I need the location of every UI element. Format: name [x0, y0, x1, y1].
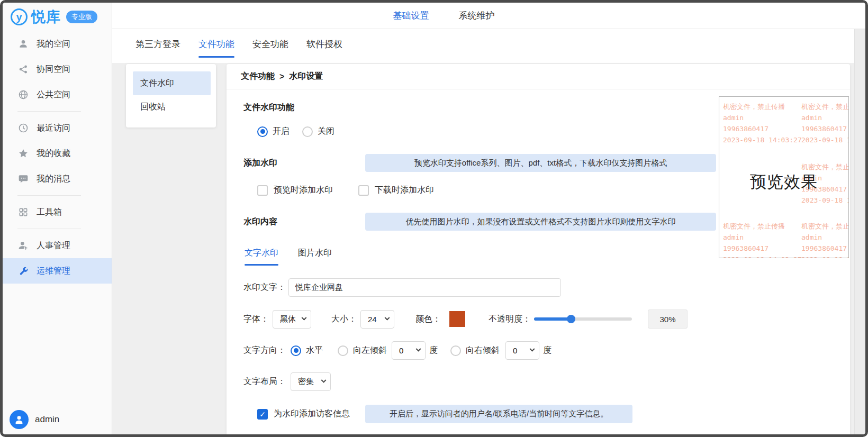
layout-label: 文字布局： — [243, 376, 286, 387]
tab-text-watermark[interactable]: 文字水印 — [245, 248, 278, 266]
watermark-text-row: 水印文字： 悦库企业网盘 — [243, 278, 850, 297]
watermark-content-info: 优先使用图片水印，如果没有设置或文件格式不支持图片水印则使用文字水印 — [365, 213, 716, 231]
layout-select[interactable]: 密集 — [291, 372, 331, 391]
checkbox-preview-label: 预览时添加水印 — [274, 185, 333, 196]
radio-disable[interactable]: 关闭 — [302, 126, 334, 137]
opacity-slider[interactable] — [534, 315, 632, 323]
sidebar-item-label: 公共空间 — [37, 89, 70, 101]
sidebar-item-label: 工具箱 — [37, 207, 62, 218]
breadcrumb: 文件功能 > 水印设置 — [227, 64, 850, 89]
settings-tabs: 第三方登录 文件功能 安全功能 软件授权 — [112, 29, 865, 63]
radio-dot-icon — [302, 126, 313, 137]
direction-label: 文字方向： — [243, 345, 286, 356]
chevron-down-icon — [416, 347, 421, 352]
main-area: 基础设置 系统维护 第三方登录 文件功能 安全功能 软件授权 文件水印 回收站 … — [112, 3, 865, 434]
slider-thumb-handle[interactable] — [567, 315, 575, 323]
size-select[interactable]: 24 — [360, 310, 394, 329]
tab-software-license[interactable]: 软件授权 — [306, 35, 342, 58]
vertical-scrollbar[interactable] — [854, 29, 865, 434]
breadcrumb-separator: > — [279, 72, 284, 81]
sidebar-item-toolbox[interactable]: 工具箱 — [3, 199, 112, 225]
watermark-text-label: 水印文字： — [243, 282, 286, 293]
radio-enable-label: 开启 — [273, 126, 290, 137]
watermark-text-input[interactable]: 悦库企业网盘 — [288, 278, 561, 297]
font-select[interactable]: 黑体 — [273, 310, 311, 329]
grid-icon — [18, 207, 29, 217]
breadcrumb-page: 水印设置 — [289, 71, 323, 82]
subsidebar-item-file-watermark[interactable]: 文件水印 — [133, 71, 211, 95]
subsidebar-item-recycle-bin[interactable]: 回收站 — [133, 95, 211, 119]
visitor-info-box: 开启后，显示访问者的用户名/联系电话/当前时间等文字信息。 — [365, 405, 632, 423]
wrench-icon — [18, 266, 29, 276]
chevron-down-icon — [385, 315, 390, 320]
preview-title: 预览效果 — [719, 171, 848, 193]
checkbox-preview-watermark[interactable]: 预览时添加水印 — [257, 185, 333, 196]
radio-enable[interactable]: 开启 — [257, 126, 290, 137]
logo-icon: y — [11, 8, 28, 25]
sidebar-item-favorites[interactable]: 我的收藏 — [3, 141, 112, 166]
content-area: 文件水印 回收站 文件功能 > 水印设置 文件水印功能 开启 — [112, 63, 854, 434]
sidebar-item-messages[interactable]: 我的消息 — [3, 166, 112, 192]
visitor-info-row: ✓ 为水印添加访客信息 开启后，显示访问者的用户名/联系电话/当前时间等文字信息… — [257, 405, 850, 423]
radio-tilt-left-label: 向左倾斜 — [353, 345, 387, 356]
radio-horizontal-label: 水平 — [306, 345, 323, 356]
sidebar-item-collab-space[interactable]: 协同空间 — [3, 57, 112, 82]
text-direction-row: 文字方向： 水平 向左倾斜 0 度 — [243, 341, 850, 360]
watermark-sample: 机密文件，禁止传播 admin 19963860417 2023-09-18 1… — [723, 101, 802, 145]
watermark-content-label: 水印内容 — [243, 216, 277, 227]
radio-disable-label: 关闭 — [318, 126, 334, 137]
radio-dot-icon — [291, 345, 301, 356]
size-select-value: 24 — [368, 315, 377, 324]
topnav-basic-settings[interactable]: 基础设置 — [393, 10, 429, 22]
font-label: 字体： — [243, 314, 269, 325]
checkbox-check-icon: ✓ — [257, 409, 268, 420]
opacity-label: 不透明度： — [489, 314, 531, 325]
edition-badge: 专业版 — [66, 11, 97, 23]
message-icon — [18, 174, 29, 184]
checkbox-visitor-info[interactable]: ✓ 为水印添加访客信息 — [257, 408, 350, 420]
sidebar-item-public-space[interactable]: 公共空间 — [3, 82, 112, 107]
tilt-right-angle-select[interactable]: 0 — [505, 341, 539, 360]
globe-icon — [18, 89, 29, 100]
sidebar-divider — [17, 229, 81, 229]
radio-tilt-left[interactable]: 向左倾斜 — [338, 345, 387, 356]
tab-third-party-login[interactable]: 第三方登录 — [135, 35, 180, 58]
brand-logo: y 悦库 专业版 — [3, 3, 112, 31]
tilt-left-angle-select[interactable]: 0 — [392, 341, 426, 360]
checkbox-download-watermark[interactable]: 下载时添加水印 — [358, 185, 434, 196]
topnav-system-maintenance[interactable]: 系统维护 — [459, 10, 495, 22]
radio-tilt-right[interactable]: 向右倾斜 — [450, 345, 500, 356]
sidebar-divider — [17, 111, 81, 112]
brand-name: 悦库 — [31, 7, 61, 26]
tab-image-watermark[interactable]: 图片水印 — [298, 248, 332, 266]
add-watermark-info: 预览水印支持office系列、图片、pdf、txt格式，下载水印仅支持图片格式 — [365, 154, 716, 172]
watermark-sample: 机密文件，禁止传播 admin 19963860417 2023-09-18 1… — [723, 221, 802, 258]
sidebar-item-label: 我的空间 — [37, 39, 70, 50]
sidebar-item-recent[interactable]: 最近访问 — [3, 115, 112, 141]
tab-file-functions[interactable]: 文件功能 — [198, 35, 234, 58]
tab-security-functions[interactable]: 安全功能 — [252, 35, 288, 58]
opacity-value: 30% — [648, 309, 688, 329]
sub-sidebar: 文件水印 回收站 — [126, 64, 216, 128]
user-icon — [18, 39, 29, 49]
radio-tilt-right-label: 向右倾斜 — [466, 345, 500, 356]
settings-panel: 文件功能 > 水印设置 文件水印功能 开启 关闭 — [227, 64, 850, 434]
sidebar-item-label: 人事管理 — [37, 240, 70, 251]
radio-dot-icon — [338, 345, 348, 356]
sidebar-item-hr-management[interactable]: 人事管理 — [3, 233, 112, 258]
add-watermark-label: 添加水印 — [243, 158, 277, 169]
layout-select-value: 密集 — [298, 377, 314, 387]
sidebar-item-my-space[interactable]: 我的空间 — [3, 31, 112, 57]
sidebar-item-label: 我的收藏 — [37, 148, 70, 159]
color-swatch[interactable] — [449, 311, 465, 327]
radio-horizontal[interactable]: 水平 — [291, 345, 323, 356]
chevron-down-icon — [302, 315, 307, 320]
font-select-value: 黑体 — [280, 314, 296, 324]
color-label: 颜色： — [415, 314, 441, 325]
app-window: y 悦库 专业版 我的空间 协同空间 公共空间 — [0, 0, 868, 437]
top-navigation: 基础设置 系统维护 — [112, 3, 865, 29]
sidebar-item-label: 协同空间 — [37, 64, 70, 75]
sidebar-item-ops-management[interactable]: 运维管理 — [3, 258, 112, 284]
user-account[interactable]: admin — [3, 407, 112, 432]
sidebar: y 悦库 专业版 我的空间 协同空间 公共空间 — [3, 3, 112, 434]
